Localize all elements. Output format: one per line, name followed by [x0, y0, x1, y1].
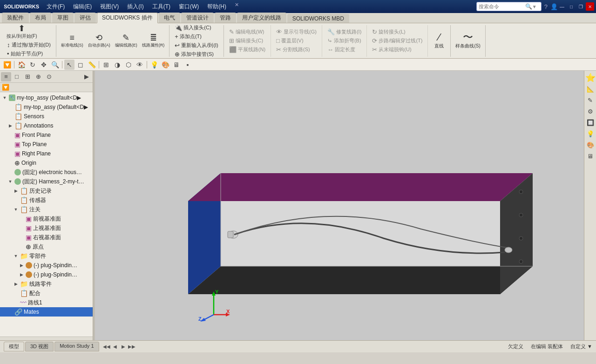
tab-mbd[interactable]: SOLIDWORKS MBD: [287, 14, 349, 23]
tree-item-h-path[interactable]: 〰 路线1: [0, 298, 93, 307]
tool-select[interactable]: ◻: [75, 60, 86, 70]
tab-user-routing[interactable]: 用户定义的线路: [237, 13, 286, 23]
menu-file[interactable]: 文件(F): [43, 2, 68, 12]
expand-panel-btn[interactable]: ▶: [81, 72, 92, 81]
bottom-tab-model[interactable]: 模型: [4, 342, 24, 351]
tree-item-h-history[interactable]: ▶ 📋 历史记录: [0, 186, 93, 195]
expand-h-history-btn[interactable]: ▶: [13, 188, 19, 194]
tool-view-orient[interactable]: ⬡: [123, 60, 134, 70]
expand-history-btn[interactable]: [7, 104, 13, 110]
right-tool-4[interactable]: ⚙: [585, 106, 596, 116]
maximize-btn[interactable]: □: [567, 2, 576, 11]
nav-last-btn[interactable]: ▶▶: [128, 343, 135, 351]
btn-split-route[interactable]: ✂ 分割线路(S): [274, 45, 312, 54]
expand-h-front-btn[interactable]: [19, 216, 24, 222]
tool-home[interactable]: 🏠: [16, 60, 27, 70]
expand-right-plane-btn[interactable]: [7, 151, 13, 156]
right-tool-2[interactable]: 📐: [585, 84, 596, 94]
expand-h-plug2-btn[interactable]: ▶: [19, 272, 24, 277]
tool-filter[interactable]: 🔽: [2, 60, 12, 70]
tree-item-h-right[interactable]: ▣ 右视基准面: [0, 233, 93, 242]
expand-sensors-btn[interactable]: [7, 114, 13, 119]
tree-item-front-plane[interactable]: ▣ Front Plane: [0, 130, 93, 140]
expand-h-plug1-btn[interactable]: ▶: [19, 263, 24, 268]
tool-section[interactable]: ◑: [112, 60, 122, 70]
btn-rotate-end[interactable]: ↻ 旋转接头(L): [370, 27, 407, 36]
tree-item-fixed-elec[interactable]: (固定) electronic hous…: [0, 168, 93, 177]
tool-cursor[interactable]: ↖: [64, 60, 74, 70]
tab-piping[interactable]: 管道设计: [181, 13, 214, 23]
right-tool-6[interactable]: 💡: [585, 128, 596, 139]
nav-first-btn[interactable]: ◀◀: [103, 343, 110, 351]
expand-annotations-btn[interactable]: ▶: [7, 123, 13, 128]
btn-fix-route[interactable]: 🔧 修复线路(I): [325, 27, 364, 36]
right-tool-3[interactable]: ✎: [585, 95, 596, 105]
right-tool-1[interactable]: ⭐: [585, 73, 596, 83]
tab-tubing[interactable]: 管路: [215, 13, 236, 23]
tree-item-root[interactable]: ▼ 🔧 my-top_assy (Default<D▶: [0, 93, 93, 102]
btn-spline[interactable]: 〜 样条曲线(S): [454, 31, 482, 50]
tree-item-h-parts[interactable]: ▼ 📁 零部件: [0, 251, 93, 261]
expand-h-right-btn[interactable]: [19, 235, 24, 240]
btn-start-drag[interactable]: ↕ 通过拖/放开始(D): [5, 40, 53, 49]
btn-add-bend[interactable]: ⤷ 添加折弯(B): [325, 36, 364, 45]
btn-edit-connector[interactable]: ⊞ 编辑接头(C): [227, 36, 265, 45]
tool-pan[interactable]: ✥: [39, 60, 49, 70]
expand-top-plane-btn[interactable]: [7, 142, 13, 147]
expand-h-top-btn[interactable]: [19, 225, 24, 231]
tab-assembly[interactable]: 装配件: [2, 13, 29, 23]
tree-item-fixed-harness[interactable]: ▼ (固定) Harness_2-my-t…: [0, 177, 93, 186]
right-tool-8[interactable]: 🖥: [585, 151, 596, 161]
expand-h-origin-btn[interactable]: [19, 244, 24, 249]
tool-scene[interactable]: 🖥: [171, 60, 182, 70]
tool-hide-show[interactable]: 👁: [135, 60, 145, 70]
tree-item-h-origin[interactable]: ⊕ 原点: [0, 242, 93, 251]
btn-fixed-length[interactable]: ↔ 固定长度: [325, 45, 358, 54]
right-tool-5[interactable]: 🔲: [585, 117, 596, 128]
btn-insert-connector[interactable]: 🔌 插入接头(C): [172, 23, 213, 32]
tree-item-annotations[interactable]: ▶ 📋 Annotations: [0, 121, 93, 130]
btn-edit-wire[interactable]: ✎ 编辑电线(W): [227, 27, 267, 36]
expand-mates-btn[interactable]: [7, 309, 13, 315]
tool-appearance[interactable]: 🎨: [160, 60, 170, 70]
tree-item-right-plane[interactable]: ▣ Right Plane: [0, 149, 93, 158]
btn-cover[interactable]: □ 覆盖层(V): [274, 36, 306, 45]
bottom-tab-motion[interactable]: Motion Study 1: [54, 342, 99, 351]
menu-window[interactable]: 窗口(W): [175, 2, 203, 12]
tool-zoom-in[interactable]: 🔍: [50, 60, 60, 70]
expand-h-sensors-btn[interactable]: [13, 197, 19, 203]
expand-front-plane-btn[interactable]: [7, 132, 13, 138]
nav-next-btn[interactable]: ▶: [120, 343, 127, 351]
btn-re-input[interactable]: ↩ 重新输入从/到(I): [172, 41, 220, 50]
tool-rotate[interactable]: ↻: [27, 60, 38, 70]
menu-view[interactable]: 视图(V): [96, 2, 122, 12]
expand-fixed-elec-btn[interactable]: [7, 169, 13, 175]
nav-prev-btn[interactable]: ◀: [111, 343, 119, 351]
expand-h-route-btn[interactable]: ▶: [13, 281, 19, 287]
tree-item-h-front[interactable]: ▣ 前视基准面: [0, 214, 93, 223]
bottom-tab-3dview[interactable]: 3D 视图: [25, 342, 54, 351]
tree-item-history[interactable]: 📋 my-top_assy (Default<D▶: [0, 102, 93, 112]
tree-item-h-plug1[interactable]: ▶ (-) plug-Spindin…: [0, 261, 93, 270]
btn-step-edit[interactable]: ⟳ 步路/编辑穿过线(T): [370, 36, 425, 45]
expand-h-annotations-btn[interactable]: ▼: [13, 207, 19, 212]
btn-std-wire[interactable]: ≡ 标准电线(S): [59, 33, 85, 49]
display-pane-btn[interactable]: ⊙: [44, 72, 54, 81]
tree-item-sensors[interactable]: 📋 Sensors: [0, 112, 93, 121]
tree-item-h-top[interactable]: ▣ 上视基准面: [0, 223, 93, 233]
btn-start-node[interactable]: • 始始于节点(P): [5, 49, 45, 58]
tree-item-h-plug2[interactable]: ▶ (-) plug-Spindin…: [0, 270, 93, 279]
dxf-btn[interactable]: ⊕: [33, 72, 43, 81]
tab-sketch[interactable]: 草图: [52, 13, 74, 23]
expand-h-parts-btn[interactable]: ▼: [13, 253, 19, 259]
tool-render[interactable]: 💡: [149, 60, 159, 70]
tab-evaluate[interactable]: 评估: [74, 13, 96, 23]
tree-item-origin[interactable]: ⊕ Origin: [0, 158, 93, 168]
tool-more-vp[interactable]: ▪: [183, 60, 193, 70]
menu-tools[interactable]: 工具(T): [149, 2, 174, 12]
tree-item-h-annotations[interactable]: ▼ 📋 注关: [0, 205, 93, 214]
right-tool-7[interactable]: 🎨: [585, 140, 596, 150]
status-customize[interactable]: 自定义 ▼: [570, 343, 592, 350]
expand-h-config-btn[interactable]: [13, 290, 19, 296]
tree-item-mates[interactable]: 🔗 Mates: [0, 307, 93, 317]
